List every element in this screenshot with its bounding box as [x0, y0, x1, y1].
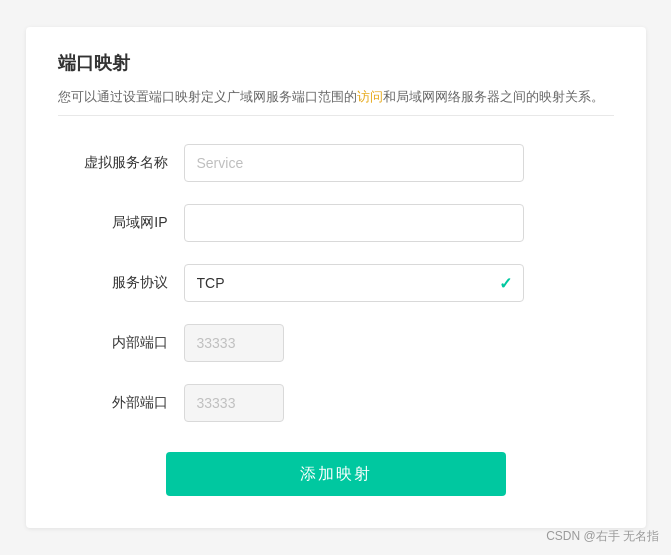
- watermark: CSDN @右手 无名指: [546, 528, 659, 545]
- external-port-label: 外部端口: [58, 394, 168, 412]
- service-name-input[interactable]: [184, 144, 524, 182]
- page-description: 您可以通过设置端口映射定义广域网服务端口范围的访问和局域网网络服务器之间的映射关…: [58, 87, 614, 108]
- internal-port-label: 内部端口: [58, 334, 168, 352]
- service-name-label: 虚拟服务名称: [58, 154, 168, 172]
- service-name-row: 虚拟服务名称: [58, 144, 614, 182]
- lan-ip-row: 局域网IP: [58, 204, 614, 242]
- lan-ip-input[interactable]: [184, 204, 524, 242]
- desc-text-after: 和局域网网络服务器之间的映射关系。: [383, 89, 604, 104]
- desc-highlight: 访问: [357, 89, 383, 104]
- external-port-row: 外部端口: [58, 384, 614, 422]
- page-title: 端口映射: [58, 51, 614, 75]
- desc-text-before: 您可以通过设置端口映射定义广域网服务端口范围的: [58, 89, 357, 104]
- submit-button[interactable]: 添加映射: [166, 452, 506, 496]
- protocol-select-wrapper: TCP UDP BOTH ✓: [184, 264, 524, 302]
- internal-port-input[interactable]: [184, 324, 284, 362]
- internal-port-row: 内部端口: [58, 324, 614, 362]
- divider: [58, 115, 614, 116]
- port-mapping-card: 端口映射 您可以通过设置端口映射定义广域网服务端口范围的访问和局域网网络服务器之…: [26, 27, 646, 529]
- external-port-input[interactable]: [184, 384, 284, 422]
- protocol-row: 服务协议 TCP UDP BOTH ✓: [58, 264, 614, 302]
- protocol-select[interactable]: TCP UDP BOTH: [184, 264, 524, 302]
- lan-ip-label: 局域网IP: [58, 214, 168, 232]
- protocol-label: 服务协议: [58, 274, 168, 292]
